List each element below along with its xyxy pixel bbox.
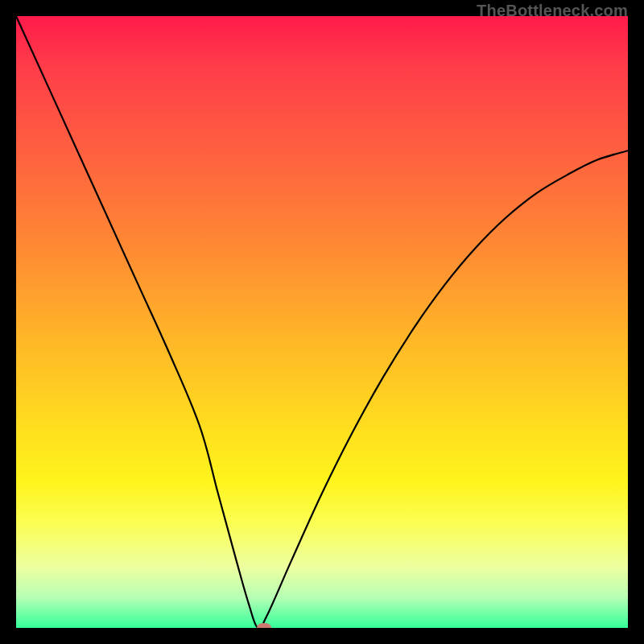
chart-frame: TheBottleneck.com xyxy=(0,0,644,644)
optimum-marker xyxy=(257,623,271,628)
bottleneck-curve xyxy=(16,16,628,628)
plot-area xyxy=(16,16,628,628)
watermark-text: TheBottleneck.com xyxy=(477,2,628,20)
